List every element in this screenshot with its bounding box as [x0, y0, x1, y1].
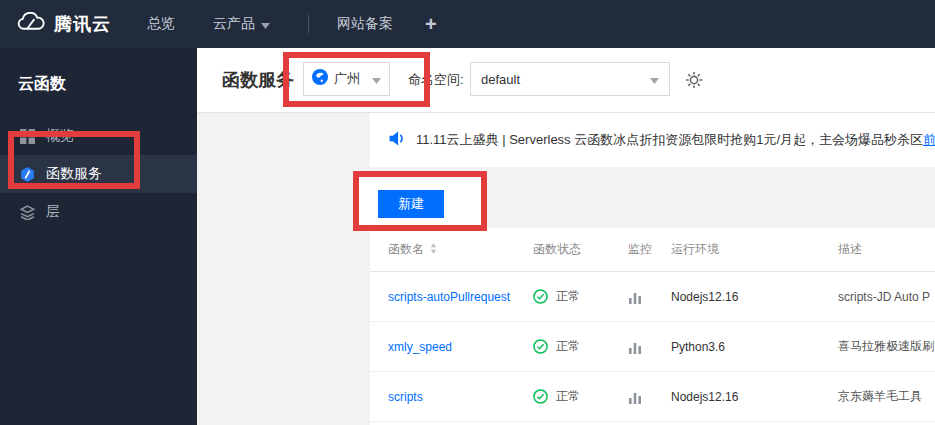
grid-icon [19, 128, 36, 145]
nav-item-icp-filing[interactable]: 网站备案 [337, 15, 393, 33]
page-header: 函数服务 广州 命名空间: default [197, 48, 935, 113]
monitor-bars-icon[interactable] [628, 390, 671, 404]
status-badge: 正常 [533, 338, 628, 355]
tencent-cloud-console: 腾讯云 总览 云产品 网站备案 + 云函数 [0, 0, 935, 425]
function-name-link[interactable]: scripts [388, 390, 533, 404]
sort-icon[interactable] [430, 243, 437, 257]
nav-divider [308, 15, 309, 33]
main-content: 函数服务 广州 命名空间: default [197, 48, 935, 425]
sidebar-item-layers[interactable]: 层 [0, 193, 197, 231]
column-header-monitor: 监控 [628, 241, 671, 258]
sidebar-item-overview[interactable]: 概览 [0, 117, 197, 155]
gear-icon[interactable] [685, 71, 703, 89]
sidebar-item-label: 函数服务 [46, 165, 102, 183]
top-nav: 总览 云产品 网站备案 + [147, 13, 437, 36]
status-badge: 正常 [533, 288, 628, 305]
brand-name: 腾讯云 [54, 12, 111, 36]
check-circle-icon [533, 339, 548, 354]
check-circle-icon [533, 289, 548, 304]
description-value: 京东薅羊毛工具 [838, 388, 935, 405]
function-name-link[interactable]: scripts-autoPullrequest [388, 290, 533, 304]
column-header-runtime: 运行环境 [671, 241, 838, 258]
description-value: 喜马拉雅极速版刷 [838, 338, 935, 355]
top-navbar: 腾讯云 总览 云产品 网站备案 + [0, 0, 935, 48]
chevron-down-icon [372, 70, 381, 88]
add-tab-button[interactable]: + [425, 13, 437, 36]
sidebar-item-label: 概览 [46, 127, 74, 145]
sidebar-item-label: 层 [46, 203, 60, 221]
promo-banner: 11.11云上盛典 | Serverless 云函数冰点折扣资源包限时抢购1元/… [370, 113, 935, 167]
banner-go-link[interactable]: 前往 [923, 131, 935, 149]
runtime-value: Nodejs12.16 [671, 290, 838, 304]
chevron-down-icon [650, 70, 659, 88]
runtime-value: Python3.6 [671, 340, 838, 354]
description-value: scripts-JD Auto P [838, 290, 935, 304]
layers-icon [19, 204, 36, 221]
megaphone-icon [388, 130, 405, 151]
column-header-desc: 描述 [838, 241, 935, 258]
column-header-name[interactable]: 函数名 [388, 241, 533, 258]
sidebar-title: 云函数 [0, 48, 197, 117]
chevron-down-icon [261, 16, 270, 32]
status-badge: 正常 [533, 388, 628, 405]
create-button[interactable]: 新建 [378, 190, 444, 218]
function-table: 函数名 函数状态 监控 运行环境 描述 scripts-autoPullrequ… [370, 228, 935, 425]
column-header-status: 函数状态 [533, 241, 628, 258]
runtime-value: Nodejs12.16 [671, 390, 838, 404]
table-row: scripts-autoPullrequest 正常 Nodejs12.16 s… [370, 272, 935, 322]
table-row: scripts 正常 Nodejs12.16 京东薅羊毛工具 [370, 372, 935, 422]
brand-logo[interactable]: 腾讯云 [16, 12, 111, 37]
nav-item-cloud-products[interactable]: 云产品 [213, 15, 270, 33]
namespace-label: 命名空间: [408, 48, 464, 112]
monitor-bars-icon[interactable] [628, 290, 671, 304]
page-title: 函数服务 [222, 48, 294, 112]
globe-icon [312, 69, 328, 89]
sidebar-item-function-service[interactable]: 函数服务 [0, 155, 197, 193]
cloud-logo-icon [16, 12, 46, 37]
monitor-bars-icon[interactable] [628, 340, 671, 354]
namespace-selector[interactable]: default [470, 62, 670, 96]
nav-item-overview[interactable]: 总览 [147, 15, 175, 33]
table-header-row: 函数名 函数状态 监控 运行环境 描述 [370, 228, 935, 272]
region-value: 广州 [334, 70, 360, 88]
function-name-link[interactable]: xmly_speed [388, 340, 533, 354]
annotation-box-create-button: 新建 [353, 171, 487, 231]
namespace-value: default [481, 72, 520, 87]
region-selector[interactable]: 广州 [303, 62, 390, 96]
check-circle-icon [533, 389, 548, 404]
banner-text: 11.11云上盛典 | Serverless 云函数冰点折扣资源包限时抢购1元/… [416, 131, 923, 149]
table-row: xmly_speed 正常 Python3.6 喜马拉雅极速版刷 [370, 322, 935, 372]
sidebar: 云函数 概览 函数服务 [0, 48, 197, 425]
function-hexagon-icon [19, 166, 36, 183]
